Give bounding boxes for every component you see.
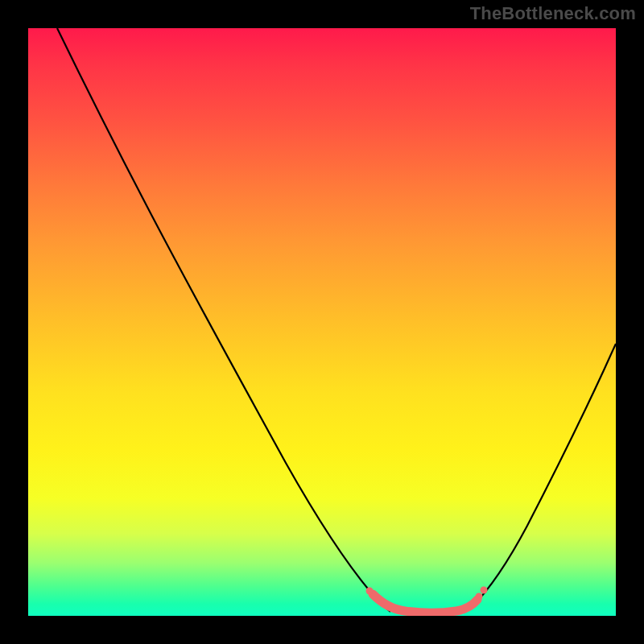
watermark-text: TheBottleneck.com — [470, 3, 636, 24]
flat-bottom-accent — [373, 594, 477, 613]
accent-dot — [366, 588, 374, 595]
right-branch — [473, 344, 616, 606]
curve-layer — [28, 28, 616, 616]
accent-dot — [476, 593, 483, 601]
chart-frame: TheBottleneck.com — [0, 0, 644, 644]
plot-area — [28, 28, 616, 616]
left-branch — [57, 28, 390, 612]
accent-dot — [481, 587, 488, 594]
